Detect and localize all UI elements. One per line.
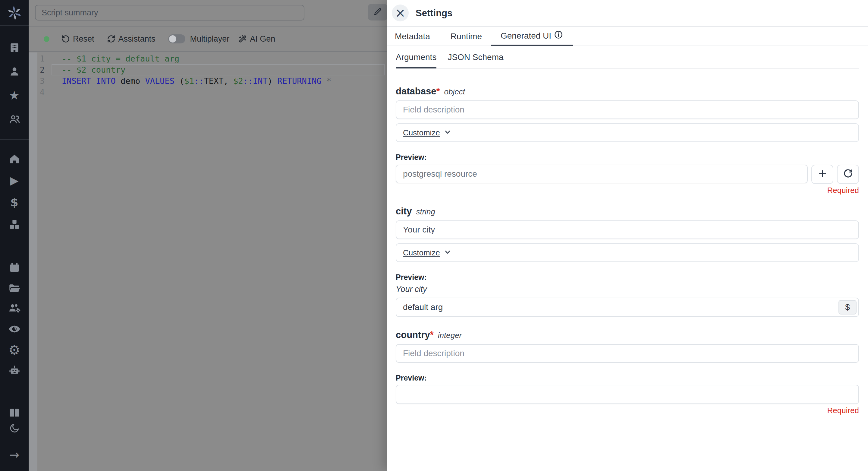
required-asterisk: * bbox=[436, 86, 440, 97]
windmill-logo[interactable] bbox=[0, 6, 29, 20]
code-editor[interactable]: 1 -- $1 city = default arg 2 -- $2 count… bbox=[29, 53, 387, 98]
chevron-down-icon bbox=[444, 128, 452, 137]
settings-tabs: Metadata Runtime Generated UI bbox=[387, 27, 868, 46]
close-icon[interactable]: × bbox=[392, 4, 409, 22]
users-gear-icon[interactable] bbox=[0, 302, 29, 314]
star-icon[interactable]: ★ bbox=[0, 89, 29, 101]
pencil-icon bbox=[373, 7, 382, 17]
settings-title: Settings bbox=[415, 8, 453, 19]
sidebar-divider bbox=[0, 25, 29, 26]
wand-sparkles-icon bbox=[239, 35, 247, 43]
folder-icon[interactable] bbox=[0, 282, 29, 294]
editor-header bbox=[29, 0, 387, 27]
required-asterisk: * bbox=[430, 330, 434, 341]
ai-gen-label: AI Gen bbox=[250, 34, 275, 44]
code-line: 4 bbox=[29, 87, 387, 98]
line-number: 4 bbox=[29, 88, 44, 97]
customize-expander[interactable]: Customize bbox=[396, 123, 859, 142]
arg-name: country bbox=[396, 330, 430, 341]
field-description-input[interactable] bbox=[396, 220, 859, 239]
subtab-json-schema[interactable]: JSON Schema bbox=[447, 46, 503, 68]
city-preview-input[interactable] bbox=[396, 298, 859, 317]
required-hint: Required bbox=[396, 186, 859, 195]
arg-type: object bbox=[444, 87, 465, 96]
resource-select[interactable]: postgresql resource bbox=[396, 165, 808, 183]
add-resource-button[interactable] bbox=[811, 165, 833, 184]
arg-type: string bbox=[416, 207, 435, 216]
book-icon[interactable] bbox=[0, 407, 29, 419]
reset-label: Reset bbox=[73, 34, 94, 44]
edit-path-button[interactable] bbox=[368, 4, 387, 21]
multiplayer-label: Multiplayer bbox=[190, 34, 230, 44]
moon-icon[interactable] bbox=[0, 422, 29, 434]
rotate-cw-icon bbox=[843, 168, 853, 181]
code-line-active: 2 -- $2 country bbox=[29, 64, 387, 76]
building-icon[interactable] bbox=[0, 41, 29, 54]
multiplayer-toggle[interactable] bbox=[168, 34, 185, 43]
code-line: 1 -- $1 city = default arg bbox=[29, 53, 387, 64]
dollar-icon[interactable]: $ bbox=[0, 196, 29, 208]
editor-gutter bbox=[29, 53, 37, 471]
sidebar: ★ ▶ $ bbox=[0, 0, 29, 471]
customize-expander[interactable]: Customize bbox=[396, 243, 859, 262]
cubes-icon[interactable] bbox=[0, 218, 29, 230]
subtab-arguments[interactable]: Arguments bbox=[396, 46, 436, 68]
preview-label: Preview: bbox=[396, 153, 859, 161]
ai-gen-button[interactable]: AI Gen bbox=[239, 34, 275, 44]
assistants-label: Assistants bbox=[119, 34, 156, 44]
arg-name: city bbox=[396, 206, 412, 217]
status-dot bbox=[44, 36, 50, 42]
variable-picker-button[interactable]: $ bbox=[838, 300, 857, 315]
argument-section-city: city string Customize Preview: Your city… bbox=[396, 206, 859, 317]
play-icon[interactable]: ▶ bbox=[0, 175, 29, 187]
info-icon bbox=[554, 30, 563, 41]
editor-toolbar: Reset Assistants Multiplayer AI Gen bbox=[29, 27, 387, 52]
calendar-icon[interactable] bbox=[0, 261, 29, 273]
arg-name: database bbox=[396, 86, 436, 97]
required-hint: Required bbox=[396, 406, 859, 415]
settings-drawer: × Settings Metadata Runtime Generated UI… bbox=[387, 0, 868, 471]
field-description-input[interactable] bbox=[396, 344, 859, 363]
preview-field-label: Your city bbox=[396, 285, 859, 294]
robot-icon[interactable] bbox=[0, 364, 29, 377]
user-icon[interactable] bbox=[0, 65, 29, 78]
preview-label: Preview: bbox=[396, 273, 859, 282]
rotate-ccw-icon bbox=[61, 35, 70, 43]
editor-region: Reset Assistants Multiplayer AI Gen bbox=[29, 0, 387, 471]
preview-label: Preview: bbox=[396, 374, 859, 382]
arg-type: integer bbox=[438, 331, 462, 340]
tab-metadata[interactable]: Metadata bbox=[395, 27, 430, 46]
argument-section-database: database* object Customize Preview: post… bbox=[396, 86, 859, 195]
refresh-resources-button[interactable] bbox=[837, 165, 859, 184]
argument-section-country: country* integer Preview: Required bbox=[396, 330, 859, 415]
line-number: 1 bbox=[29, 54, 44, 63]
tab-runtime[interactable]: Runtime bbox=[451, 27, 482, 46]
refresh-cw-icon bbox=[107, 35, 116, 43]
gear-icon[interactable]: ⚙ bbox=[0, 344, 29, 357]
generated-ui-subtabs: Arguments JSON Schema bbox=[396, 46, 859, 69]
users-icon[interactable] bbox=[0, 113, 29, 125]
reset-button[interactable]: Reset bbox=[61, 34, 94, 44]
country-preview-input[interactable] bbox=[396, 385, 859, 404]
sidebar-divider bbox=[0, 139, 29, 140]
sidebar-divider bbox=[0, 443, 29, 443]
plus-icon bbox=[818, 168, 827, 181]
script-summary-input[interactable] bbox=[35, 5, 304, 21]
line-number: 2 bbox=[29, 65, 44, 75]
settings-header: × Settings bbox=[387, 0, 868, 27]
eye-icon[interactable] bbox=[0, 323, 29, 335]
tab-generated-ui[interactable]: Generated UI bbox=[491, 27, 573, 46]
assistants-button[interactable]: Assistants bbox=[107, 34, 156, 44]
field-description-input[interactable] bbox=[396, 100, 859, 119]
line-number: 3 bbox=[29, 77, 44, 86]
chevron-down-icon bbox=[444, 248, 452, 257]
code-line: 3 INSERT INTO demo VALUES ($1::TEXT, $2:… bbox=[29, 76, 387, 87]
home-icon[interactable] bbox=[0, 153, 29, 165]
arrow-right-icon[interactable]: → bbox=[0, 449, 29, 461]
